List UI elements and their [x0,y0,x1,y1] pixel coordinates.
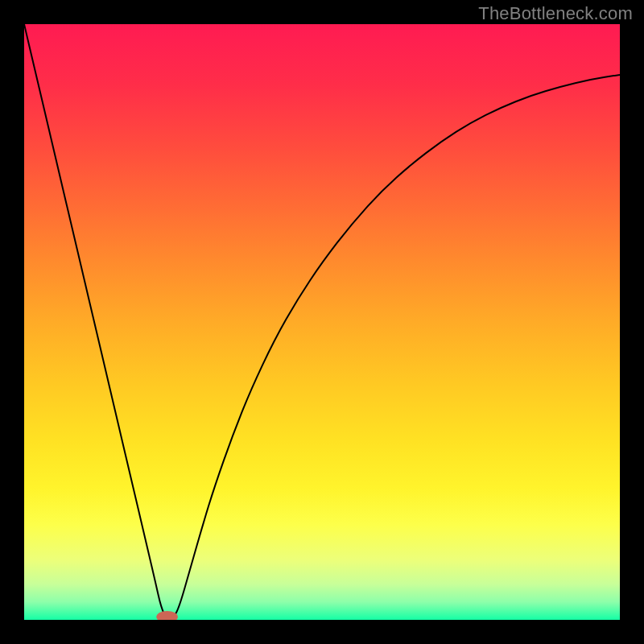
gradient-background [24,24,620,620]
chart-frame: TheBottleneck.com [0,0,644,644]
plot-area [24,24,620,620]
watermark-text: TheBottleneck.com [478,3,633,24]
bottleneck-chart [24,24,620,620]
